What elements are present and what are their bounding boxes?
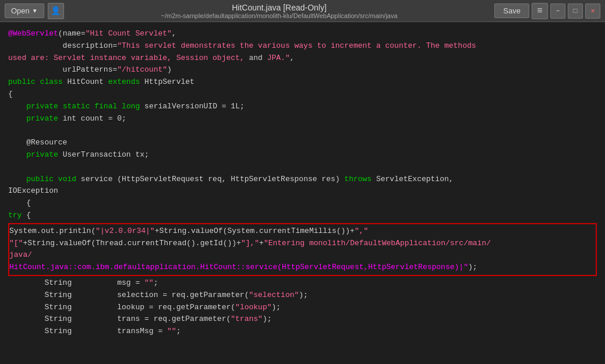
close-button[interactable]: ✕ [585, 3, 600, 19]
open-button[interactable]: Open ▼ [5, 3, 44, 18]
maximize-button[interactable]: □ [568, 3, 583, 19]
save-button[interactable]: Save [494, 3, 529, 18]
menu-button[interactable]: ≡ [532, 3, 548, 19]
highlighted-code-block: System.out.println("|v2.0.0r34|"+String.… [8, 223, 597, 276]
window-title: HitCount.java [Read-Only] [232, 3, 327, 12]
code-content: @WebServlet(name="Hit Count Servlet", de… [8, 28, 597, 222]
open-label: Open [11, 6, 30, 15]
highlighted-code: System.out.println("|v2.0.0r34|"+String.… [9, 225, 596, 274]
title-bar: Open ▼ 👤 HitCount.java [Read-Only] ~/m2m… [0, 0, 605, 22]
user-icon[interactable]: 👤 [48, 3, 64, 19]
menu-icon: ≡ [537, 6, 543, 16]
user-icon-symbol: 👤 [51, 6, 61, 16]
window-subtitle: ~/m2m-sample/defaultapplication/monolith… [161, 12, 398, 19]
minimize-button[interactable]: – [550, 3, 565, 19]
minimize-icon: – [556, 7, 560, 15]
code-content-2: String msg = ""; String selection = req.… [8, 277, 597, 338]
maximize-icon: □ [573, 7, 577, 15]
title-bar-center: HitCount.java [Read-Only] ~/m2m-sample/d… [161, 3, 398, 19]
close-icon: ✕ [590, 6, 595, 15]
title-bar-right: Save ≡ – □ ✕ [494, 3, 600, 19]
open-arrow: ▼ [32, 8, 38, 14]
code-editor[interactable]: @WebServlet(name="Hit Count Servlet", de… [0, 22, 605, 364]
title-bar-left: Open ▼ 👤 [5, 3, 64, 19]
